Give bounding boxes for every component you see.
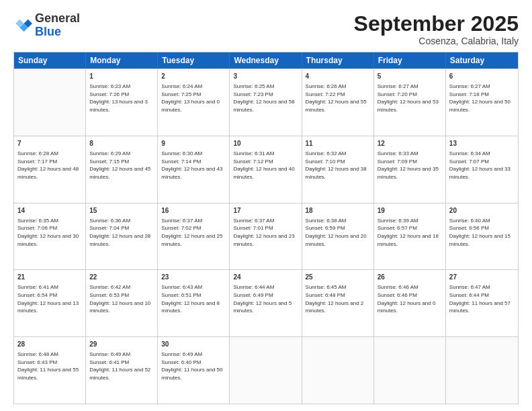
- cal-cell: 11Sunrise: 6:32 AMSunset: 7:10 PMDayligh…: [302, 136, 374, 203]
- cell-text: Sunrise: 6:40 AMSunset: 6:56 PMDaylight:…: [449, 217, 515, 248]
- cal-cell: [446, 337, 518, 404]
- cal-cell: 16Sunrise: 6:37 AMSunset: 7:02 PMDayligh…: [158, 203, 230, 270]
- header: General Blue September 2025 Cosenza, Cal…: [13, 12, 519, 46]
- day-number: 30: [161, 340, 226, 349]
- cal-cell: 26Sunrise: 6:46 AMSunset: 6:46 PMDayligh…: [374, 270, 446, 336]
- day-number: 27: [449, 273, 515, 282]
- cell-text: Sunrise: 6:45 AMSunset: 6:48 PMDaylight:…: [306, 283, 370, 314]
- cal-cell: 9Sunrise: 6:30 AMSunset: 7:14 PMDaylight…: [158, 136, 230, 203]
- cal-header-thursday: Thursday: [302, 52, 374, 68]
- cell-text: Sunrise: 6:43 AMSunset: 6:51 PMDaylight:…: [161, 283, 226, 314]
- cal-cell: 30Sunrise: 6:49 AMSunset: 6:40 PMDayligh…: [158, 337, 230, 404]
- cell-text: Sunrise: 6:27 AMSunset: 7:20 PMDaylight:…: [378, 83, 442, 113]
- cal-header-tuesday: Tuesday: [158, 52, 230, 68]
- cal-week-1: 1Sunrise: 6:23 AMSunset: 7:26 PMDaylight…: [14, 68, 518, 136]
- cal-cell: 23Sunrise: 6:43 AMSunset: 6:51 PMDayligh…: [158, 270, 230, 336]
- day-number: 6: [449, 72, 515, 81]
- cell-text: Sunrise: 6:39 AMSunset: 6:57 PMDaylight:…: [378, 217, 442, 248]
- cal-cell: 20Sunrise: 6:40 AMSunset: 6:56 PMDayligh…: [446, 203, 518, 270]
- title-block: September 2025 Cosenza, Calabria, Italy: [354, 12, 519, 46]
- cal-cell: 22Sunrise: 6:42 AMSunset: 6:53 PMDayligh…: [86, 270, 158, 336]
- cell-text: Sunrise: 6:42 AMSunset: 6:53 PMDaylight:…: [89, 283, 154, 314]
- cal-week-4: 21Sunrise: 6:41 AMSunset: 6:54 PMDayligh…: [14, 269, 518, 336]
- cell-text: Sunrise: 6:44 AMSunset: 6:49 PMDaylight:…: [233, 283, 298, 314]
- logo-general-text: General: [35, 11, 80, 25]
- cal-cell: 18Sunrise: 6:38 AMSunset: 6:59 PMDayligh…: [302, 203, 374, 270]
- day-number: 28: [17, 340, 82, 349]
- cal-cell: 3Sunrise: 6:25 AMSunset: 7:23 PMDaylight…: [230, 69, 302, 136]
- cal-header-monday: Monday: [86, 52, 158, 68]
- cell-text: Sunrise: 6:37 AMSunset: 7:02 PMDaylight:…: [161, 217, 226, 248]
- logo-text: General Blue: [35, 12, 80, 39]
- cal-cell: 4Sunrise: 6:26 AMSunset: 7:22 PMDaylight…: [302, 69, 374, 136]
- cell-text: Sunrise: 6:34 AMSunset: 7:07 PMDaylight:…: [449, 150, 515, 181]
- day-number: 10: [233, 139, 298, 148]
- cell-text: Sunrise: 6:49 AMSunset: 6:41 PMDaylight:…: [89, 351, 154, 381]
- day-number: 15: [89, 206, 154, 216]
- cell-text: Sunrise: 6:29 AMSunset: 7:15 PMDaylight:…: [89, 150, 154, 181]
- logo-icon: [13, 16, 32, 35]
- day-number: 9: [161, 139, 226, 148]
- day-number: 26: [378, 273, 442, 282]
- day-number: 22: [89, 273, 154, 282]
- cal-cell: 13Sunrise: 6:34 AMSunset: 7:07 PMDayligh…: [446, 136, 518, 203]
- logo: General Blue: [13, 12, 80, 39]
- cal-cell: 27Sunrise: 6:47 AMSunset: 6:44 PMDayligh…: [446, 270, 518, 336]
- cal-cell: [14, 69, 86, 136]
- cal-week-5: 28Sunrise: 6:48 AMSunset: 6:43 PMDayligh…: [14, 336, 518, 404]
- cal-cell: 25Sunrise: 6:45 AMSunset: 6:48 PMDayligh…: [302, 270, 374, 336]
- cell-text: Sunrise: 6:27 AMSunset: 7:18 PMDaylight:…: [449, 83, 515, 113]
- day-number: 5: [378, 72, 442, 81]
- cell-text: Sunrise: 6:37 AMSunset: 7:01 PMDaylight:…: [233, 217, 298, 248]
- cal-cell: 14Sunrise: 6:35 AMSunset: 7:06 PMDayligh…: [14, 203, 86, 270]
- cal-cell: 10Sunrise: 6:31 AMSunset: 7:12 PMDayligh…: [230, 136, 302, 203]
- cal-cell: 15Sunrise: 6:36 AMSunset: 7:04 PMDayligh…: [86, 203, 158, 270]
- cal-cell: 24Sunrise: 6:44 AMSunset: 6:49 PMDayligh…: [230, 270, 302, 336]
- day-number: 13: [449, 139, 515, 148]
- logo-blue-text: Blue: [35, 25, 61, 38]
- cal-cell: [302, 337, 374, 404]
- cal-header-sunday: Sunday: [14, 52, 86, 68]
- day-number: 7: [17, 139, 82, 148]
- calendar-body: 1Sunrise: 6:23 AMSunset: 7:26 PMDaylight…: [14, 68, 518, 404]
- cal-cell: [374, 337, 446, 404]
- day-number: 2: [161, 72, 226, 81]
- cell-text: Sunrise: 6:33 AMSunset: 7:09 PMDaylight:…: [378, 150, 442, 181]
- day-number: 14: [17, 206, 82, 216]
- day-number: 24: [233, 273, 298, 282]
- cal-week-3: 14Sunrise: 6:35 AMSunset: 7:06 PMDayligh…: [14, 203, 518, 270]
- calendar: SundayMondayTuesdayWednesdayThursdayFrid…: [13, 52, 519, 404]
- cell-text: Sunrise: 6:46 AMSunset: 6:46 PMDaylight:…: [378, 283, 442, 314]
- day-number: 1: [89, 72, 154, 81]
- cal-cell: 6Sunrise: 6:27 AMSunset: 7:18 PMDaylight…: [446, 69, 518, 136]
- cal-cell: 21Sunrise: 6:41 AMSunset: 6:54 PMDayligh…: [14, 270, 86, 336]
- cal-cell: [230, 337, 302, 404]
- day-number: 4: [306, 72, 370, 81]
- day-number: 3: [233, 72, 298, 81]
- cal-cell: 5Sunrise: 6:27 AMSunset: 7:20 PMDaylight…: [374, 69, 446, 136]
- cal-cell: 1Sunrise: 6:23 AMSunset: 7:26 PMDaylight…: [86, 69, 158, 136]
- cell-text: Sunrise: 6:35 AMSunset: 7:06 PMDaylight:…: [17, 217, 82, 248]
- cell-text: Sunrise: 6:49 AMSunset: 6:40 PMDaylight:…: [161, 351, 226, 381]
- cell-text: Sunrise: 6:32 AMSunset: 7:10 PMDaylight:…: [306, 150, 370, 181]
- cell-text: Sunrise: 6:24 AMSunset: 7:25 PMDaylight:…: [161, 83, 226, 113]
- cell-text: Sunrise: 6:48 AMSunset: 6:43 PMDaylight:…: [17, 351, 82, 381]
- day-number: 8: [89, 139, 154, 148]
- cal-cell: 12Sunrise: 6:33 AMSunset: 7:09 PMDayligh…: [374, 136, 446, 203]
- cell-text: Sunrise: 6:36 AMSunset: 7:04 PMDaylight:…: [89, 217, 154, 248]
- cal-cell: 2Sunrise: 6:24 AMSunset: 7:25 PMDaylight…: [158, 69, 230, 136]
- day-number: 17: [233, 206, 298, 216]
- cal-cell: 17Sunrise: 6:37 AMSunset: 7:01 PMDayligh…: [230, 203, 302, 270]
- cell-text: Sunrise: 6:38 AMSunset: 6:59 PMDaylight:…: [306, 217, 370, 248]
- title-location: Cosenza, Calabria, Italy: [354, 36, 519, 46]
- cell-text: Sunrise: 6:41 AMSunset: 6:54 PMDaylight:…: [17, 283, 82, 314]
- cal-header-saturday: Saturday: [446, 52, 518, 68]
- cell-text: Sunrise: 6:28 AMSunset: 7:17 PMDaylight:…: [17, 150, 82, 181]
- day-number: 16: [161, 206, 226, 216]
- cell-text: Sunrise: 6:31 AMSunset: 7:12 PMDaylight:…: [233, 150, 298, 181]
- day-number: 12: [378, 139, 442, 148]
- calendar-header: SundayMondayTuesdayWednesdayThursdayFrid…: [14, 52, 518, 68]
- cal-cell: 19Sunrise: 6:39 AMSunset: 6:57 PMDayligh…: [374, 203, 446, 270]
- day-number: 29: [89, 340, 154, 349]
- cal-week-2: 7Sunrise: 6:28 AMSunset: 7:17 PMDaylight…: [14, 136, 518, 203]
